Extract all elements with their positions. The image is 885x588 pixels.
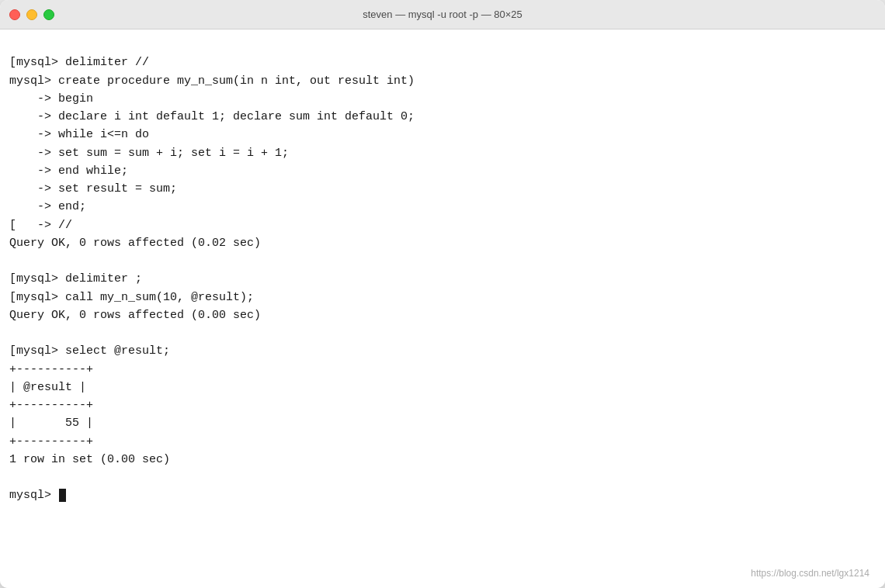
watermark: https://blog.csdn.net/lgx1214 xyxy=(751,568,869,579)
minimize-button[interactable] xyxy=(26,9,37,20)
traffic-lights xyxy=(9,9,54,20)
close-button[interactable] xyxy=(9,9,20,20)
maximize-button[interactable] xyxy=(43,9,54,20)
window-title: steven — mysql -u root -p — 80×25 xyxy=(363,9,522,20)
cursor xyxy=(59,489,66,502)
terminal-window: steven — mysql -u root -p — 80×25 [mysql… xyxy=(0,0,885,588)
terminal-output: [mysql> delimiter // mysql> create proce… xyxy=(9,36,876,505)
titlebar: steven — mysql -u root -p — 80×25 xyxy=(0,0,885,29)
terminal-body[interactable]: [mysql> delimiter // mysql> create proce… xyxy=(0,29,885,588)
